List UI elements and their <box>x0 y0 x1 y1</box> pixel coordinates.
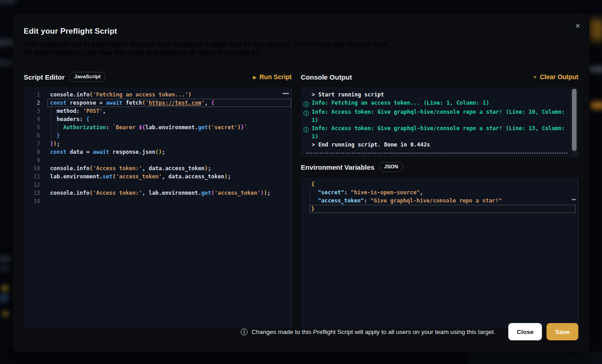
console-line-text: > End running script. Done in 0.442s <box>312 141 568 149</box>
console-line: > Start running script <box>304 91 568 99</box>
code-line[interactable]: 5 Authorization: `Bearer ${lab.environme… <box>24 123 291 131</box>
scrollbar-thumb[interactable] <box>572 89 577 151</box>
close-icon[interactable]: × <box>573 20 582 32</box>
javascript-badge: JavaScript <box>69 72 106 82</box>
code-line[interactable]: 9 <box>24 156 291 164</box>
close-button[interactable]: Close <box>508 323 542 340</box>
backdrop-blur <box>590 101 602 109</box>
console-line-text: > Start running script <box>312 91 568 99</box>
play-icon: ▶ <box>253 75 256 79</box>
script-editor-title: Script Editor <box>24 73 65 81</box>
code-line[interactable]: 1console.info('Fetching an access token.… <box>24 91 291 99</box>
backdrop-panel <box>469 352 602 364</box>
console-line: iInfo: Fetching an access token... (Line… <box>304 99 568 108</box>
code-line[interactable]: 8const data = await response.json(); <box>24 148 291 156</box>
line-number: 5 <box>24 123 47 131</box>
line-number: 13 <box>24 189 47 197</box>
console-line-gutter <box>304 91 312 99</box>
run-script-button[interactable]: ▶ Run Script <box>253 73 292 81</box>
backdrop-blur <box>0 266 11 271</box>
footer-note: i Changes made to this Preflight Script … <box>241 329 496 335</box>
description-line: All team members can view the script and… <box>24 49 578 57</box>
line-number: 11 <box>24 172 47 181</box>
line-number: 8 <box>24 148 47 156</box>
console-output-title: Console Output <box>301 73 352 81</box>
console-line: iInfo: Access token: Give graphql-hive/c… <box>304 108 568 124</box>
line-number: 3 <box>24 107 47 115</box>
indent-guide <box>51 107 51 140</box>
code-line[interactable]: 6 } <box>24 131 291 140</box>
line-number: 7 <box>24 140 47 148</box>
console-line-text: Info: Access token: Give graphql-hive/co… <box>312 124 568 141</box>
preflight-script-modal: × Edit your Preflight Script This script… <box>13 14 589 352</box>
clear-output-label: Clear Output <box>540 73 578 81</box>
info-circle-icon: i <box>304 108 312 124</box>
clear-output-button[interactable]: × Clear Output <box>533 73 578 81</box>
indent-guide <box>57 123 58 131</box>
backdrop-blur <box>589 19 602 41</box>
console-output-panel: > Start running scriptiInfo: Fetching an… <box>301 87 578 157</box>
console-line: iInfo: Access token: Give graphql-hive/c… <box>304 124 568 141</box>
code-text: }); <box>47 140 291 148</box>
overview-ruler-mark <box>283 93 289 94</box>
code-text: method: 'POST', <box>47 107 291 115</box>
code-line[interactable]: 13console.info('Access token:', lab.envi… <box>24 189 291 197</box>
code-line[interactable]: 14 <box>24 197 291 205</box>
page-backdrop: × Edit your Preflight Script This script… <box>0 0 602 364</box>
code-line[interactable]: 3 method: 'POST', <box>24 107 291 115</box>
description-line: This script will run in each user's brow… <box>24 40 578 49</box>
code-text: headers: { <box>47 115 291 123</box>
console-line-gutter <box>304 141 312 149</box>
console-scrollbar[interactable] <box>571 88 578 157</box>
code-text: console.info('Access token:', lab.enviro… <box>47 189 291 197</box>
clear-x-icon: × <box>533 74 537 80</box>
script-code-editor[interactable]: 1console.info('Fetching an access token.… <box>24 87 292 329</box>
console-line-text: Info: Access token: Give graphql-hive/co… <box>312 108 568 124</box>
info-icon: i <box>241 329 248 335</box>
backdrop-blur <box>2 286 8 291</box>
save-button[interactable]: Save <box>546 323 578 340</box>
code-line[interactable]: 4 headers: { <box>24 115 291 123</box>
overview-ruler-mark <box>572 199 576 200</box>
code-text <box>47 181 291 189</box>
line-number: 12 <box>24 181 47 189</box>
line-number: 4 <box>24 115 47 123</box>
info-circle-icon: i <box>304 99 312 108</box>
line-number: 1 <box>24 91 47 99</box>
line-number: 10 <box>24 164 47 172</box>
json-badge: JSON <box>379 162 403 172</box>
backdrop-blur <box>0 256 12 262</box>
env-json-line[interactable]: { <box>309 180 576 188</box>
backdrop-blur <box>588 66 602 73</box>
console-line-text: Info: Fetching an access token... (Line:… <box>312 99 568 108</box>
env-json-line[interactable]: } <box>309 205 576 213</box>
code-line[interactable]: 12 <box>24 181 291 189</box>
line-number: 6 <box>24 131 47 140</box>
environment-variables-editor[interactable]: { "secret": "hive-is-open-source", "acce… <box>301 177 578 329</box>
info-circle-icon: i <box>304 124 312 141</box>
code-line[interactable]: 11lab.environment.set('access_token', da… <box>24 172 291 181</box>
backdrop-blur <box>3 311 9 316</box>
code-line[interactable]: 7}); <box>24 140 291 148</box>
code-text: lab.environment.set('access_token', data… <box>47 172 291 181</box>
backdrop-blur <box>0 0 16 4</box>
env-json-line[interactable]: "access_token": "Give graphql-hive/conso… <box>309 197 576 205</box>
code-text <box>47 197 291 205</box>
code-line[interactable]: 2const response = await fetch('https://t… <box>24 99 291 107</box>
line-number: 14 <box>24 197 47 205</box>
console-line: > End running script. Done in 0.442s <box>304 141 568 149</box>
backdrop-blur <box>0 294 9 302</box>
run-script-label: Run Script <box>259 73 292 81</box>
code-text: console.info('Fetching an access token..… <box>47 91 291 99</box>
code-text <box>47 156 291 164</box>
env-json-line[interactable]: "secret": "hive-is-open-source", <box>309 188 576 197</box>
code-line[interactable]: 10console.info('Access token:', data.acc… <box>24 164 291 172</box>
page-title: Edit your Preflight Script <box>24 27 578 36</box>
code-text: const data = await response.json(); <box>47 148 291 156</box>
indent-guide <box>310 188 310 205</box>
code-text: Authorization: `Bearer ${lab.environment… <box>47 123 291 131</box>
console-divider <box>306 153 567 153</box>
code-text: console.info('Access token:', data.acces… <box>47 164 291 172</box>
line-number: 9 <box>24 156 47 164</box>
footer-note-text: Changes made to this Preflight Script wi… <box>252 329 496 335</box>
